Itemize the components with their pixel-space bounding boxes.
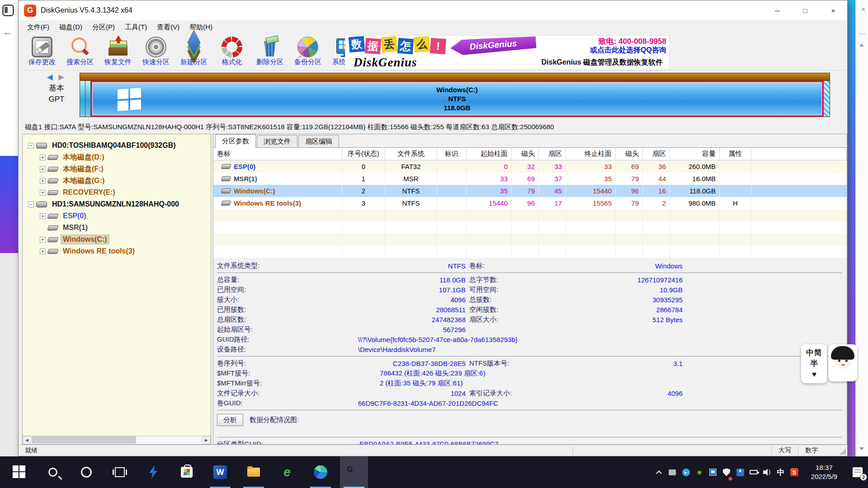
close-button[interactable]: × (819, 0, 847, 20)
ie-taskbar-button[interactable]: e (273, 456, 301, 488)
expand-toggle-icon[interactable]: + (40, 155, 46, 160)
taskview-taskbar-button[interactable] (106, 456, 134, 488)
tree-item-msr-1-[interactable]: MSR(1) (23, 222, 211, 234)
column-header-3[interactable]: 标识 (437, 148, 467, 160)
nvidia-tray-icon[interactable]: ◉ (693, 456, 706, 488)
scroll-left-icon[interactable]: ◀ (23, 436, 31, 444)
background-scrollbar[interactable]: × ⋯ (855, 0, 868, 456)
ime-widget[interactable]: 中简 半 ♥ (801, 344, 857, 383)
analyze-button[interactable]: 分析 (217, 414, 243, 426)
maximize-button[interactable]: □ (791, 0, 819, 20)
menu-item-3[interactable]: 工具(T) (120, 20, 152, 34)
tree-hscrollbar[interactable]: ◀ ▶ (23, 436, 211, 444)
scrollbar-thumb[interactable] (32, 436, 136, 443)
pc-manager-tray-icon[interactable] (706, 456, 720, 488)
cortana-taskbar-button[interactable] (72, 456, 100, 488)
titlebar[interactable]: G DiskGenius V5.4.3.1342 x64 ─ □ × (19, 0, 847, 20)
ime-status-box[interactable]: 中简 半 ♥ (801, 344, 827, 383)
scrollbar-track[interactable] (31, 436, 202, 444)
ad-banner[interactable]: 数据丢怎么! DiskGenius 致电: 400-008-9958 或点击此处… (345, 35, 670, 70)
toolbar-save-button[interactable]: 保存更改 (23, 34, 61, 70)
tree-item--f-[interactable]: +本地磁盘(F:) (23, 163, 211, 175)
flash-taskbar-button[interactable] (139, 456, 167, 488)
expand-toggle-icon[interactable]: + (40, 237, 46, 243)
defender-tray-icon[interactable]: × (720, 456, 733, 488)
action-center-button[interactable]: 2 (847, 456, 868, 488)
expand-toggle-icon[interactable]: + (40, 166, 46, 172)
sogou-tray-icon[interactable]: S (788, 456, 801, 488)
tree-item-esp-0-[interactable]: +ESP(0) (23, 210, 211, 222)
partition-windows-c[interactable]: Windows(C:) NTFS 118.0GB (91, 81, 823, 117)
diskgenius-taskbar-button[interactable]: G (340, 456, 368, 488)
column-header-10[interactable]: 容量 (670, 148, 720, 160)
search-taskbar-button[interactable] (39, 456, 67, 488)
printer-tray-icon[interactable] (665, 456, 679, 488)
explorer-taskbar-button[interactable] (240, 456, 268, 488)
scroll-up-icon[interactable] (859, 43, 864, 47)
menu-item-0[interactable]: 文件(F) (22, 20, 54, 34)
column-header-6[interactable]: 扇区 (539, 148, 566, 160)
column-header-2[interactable]: 文件系统 (385, 148, 437, 160)
volume-tray-icon[interactable]: ) (760, 456, 774, 488)
edge-taskbar-button[interactable] (307, 456, 335, 488)
expand-toggle-icon[interactable]: + (40, 249, 46, 254)
hidden-icons-chevron-icon[interactable] (652, 456, 665, 488)
column-header-7[interactable]: 终止柱面 (566, 148, 616, 160)
tab-0[interactable]: 分区参数 (215, 134, 256, 148)
tab-1[interactable]: 浏览文件 (257, 135, 297, 147)
column-header-8[interactable]: 磁头 (616, 148, 643, 160)
expand-toggle-icon[interactable]: − (28, 143, 34, 149)
column-header-1[interactable]: 序号(状态) (342, 148, 385, 160)
snowflake-tray-icon[interactable]: * (733, 456, 747, 488)
ellipsis-icon[interactable]: ⋯ (859, 30, 866, 38)
column-header-0[interactable]: 卷标 (213, 148, 342, 160)
tree-item-windows-c-[interactable]: +Windows(C:) (23, 234, 211, 245)
expand-toggle-icon[interactable]: + (40, 190, 46, 196)
tree-item--d-[interactable]: +本地磁盘(D:) (23, 151, 211, 163)
tree-item-hd1-samsungmznln128hahq-000[interactable]: −HD1:SAMSUNGMZNLN128HAHQ-000 (23, 198, 211, 210)
toolbar-search-button[interactable]: 搜索分区 (61, 34, 99, 70)
column-header-9[interactable]: 扇区 (643, 148, 670, 160)
store-taskbar-button[interactable] (173, 456, 201, 488)
menu-item-5[interactable]: 帮助(H) (184, 20, 217, 34)
prev-disk-icon[interactable]: ◀ (47, 73, 55, 81)
scroll-right-icon[interactable]: ▶ (202, 436, 211, 444)
menu-item-4[interactable]: 查看(V) (152, 20, 184, 34)
table-row[interactable]: MSR(1)1MSR33693735794416.0MB (213, 173, 847, 185)
banner-qq-link[interactable]: 或点击此处选择QQ咨询 (590, 46, 666, 54)
menu-item-1[interactable]: 磁盘(D) (54, 20, 87, 34)
tree-item--g-[interactable]: +本地磁盘(G:) (23, 175, 211, 187)
partition-msr[interactable] (85, 81, 91, 117)
messenger-tray-icon[interactable]: ▸ (679, 456, 693, 488)
resize-grip[interactable] (825, 445, 847, 456)
expand-toggle-icon[interactable]: + (40, 178, 46, 184)
column-header-5[interactable]: 磁头 (512, 148, 539, 160)
table-row[interactable]: ESP(0)0FAT3203233336936260.0MB (213, 160, 847, 173)
partition-esp[interactable] (80, 81, 85, 117)
toolbar-recover-button[interactable]: 恢复文件 (99, 34, 137, 70)
ime-indicator[interactable]: 中 (774, 456, 788, 488)
tree-item-recovery-e-[interactable]: +RECOVERY(E:) (23, 187, 211, 198)
start-taskbar-button[interactable] (5, 456, 33, 488)
minimize-button[interactable]: ─ (763, 0, 791, 20)
toolbar-delete-button[interactable]: 删除分区 (251, 34, 289, 70)
toolbar-backup-button[interactable]: 备份分区 (289, 34, 327, 70)
table-row[interactable]: Windows RE tools(3)3NTFS1544096171556579… (213, 197, 847, 209)
table-row[interactable]: Windows(C:)2NTFS357945154409616118.0GB (213, 185, 847, 197)
background-close-icon[interactable]: × (861, 5, 865, 14)
column-header-4[interactable]: 起始柱面 (467, 148, 512, 160)
partition-re-tools[interactable] (823, 81, 830, 117)
tree-item-hd0-toshibamq04abf100-932gb-[interactable]: −HD0:TOSHIBAMQ04ABF100(932GB) (23, 140, 211, 151)
power-tray-icon[interactable] (747, 456, 760, 488)
taskbar-clock[interactable]: 18:37 2022/5/9 (805, 463, 844, 481)
menu-item-2[interactable]: 分区(P) (87, 20, 120, 34)
expand-toggle-icon[interactable]: − (28, 202, 34, 207)
toolbar-quick-button[interactable]: 快速分区 (137, 34, 175, 70)
next-disk-icon[interactable]: ▶ (58, 73, 66, 81)
word-taskbar-button[interactable]: W (206, 456, 234, 488)
toolbar-new-button[interactable]: 新建分区 (175, 34, 213, 70)
scroll-down-icon[interactable] (859, 447, 864, 450)
toolbar-format-button[interactable]: 格式化 (213, 34, 251, 70)
expand-toggle-icon[interactable]: + (40, 213, 46, 219)
tree-item-windows-re-tools-3-[interactable]: +Windows RE tools(3) (23, 245, 211, 257)
